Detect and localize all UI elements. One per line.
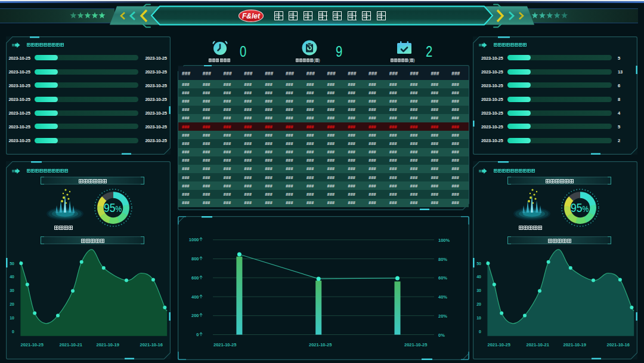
svg-text:F&let: F&let: [242, 12, 261, 20]
